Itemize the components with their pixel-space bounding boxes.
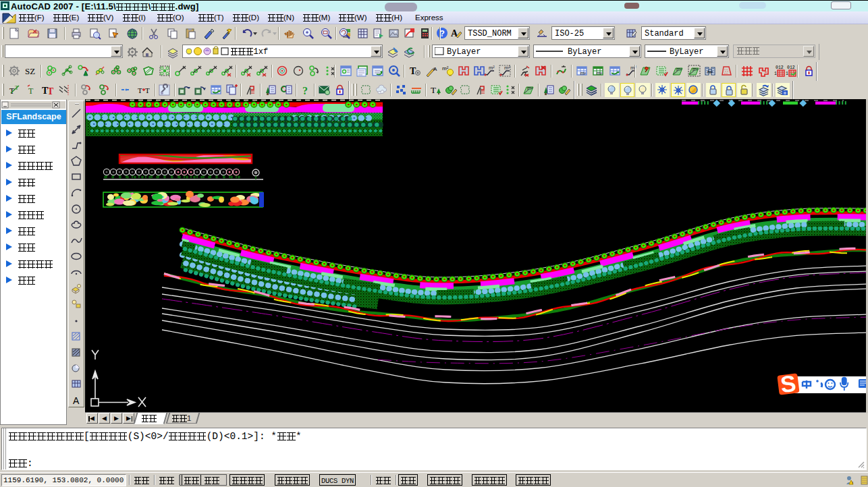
svg-text:S: S [779, 370, 797, 397]
svg-text:A: A [73, 395, 80, 406]
svg-text:T: T [410, 66, 416, 76]
svg-text:?: ? [302, 85, 308, 96]
svg-text:m²: m² [707, 69, 713, 74]
svg-text:T: T [28, 86, 34, 96]
svg-text:012: 012 [787, 65, 795, 70]
svg-text:T: T [15, 84, 19, 91]
svg-text:?: ? [439, 28, 445, 38]
svg-text:m²: m² [504, 65, 510, 71]
svg-text:m²: m² [489, 65, 495, 71]
svg-text:T: T [47, 86, 54, 96]
svg-text:A: A [433, 66, 437, 72]
svg-text:m²: m² [580, 71, 587, 76]
svg-text:T: T [9, 86, 15, 96]
svg-text:m²: m² [630, 65, 636, 71]
svg-text:T: T [145, 86, 150, 94]
svg-text:T: T [431, 85, 436, 95]
svg-text:T: T [138, 86, 142, 94]
svg-text:1: 1 [774, 71, 777, 76]
svg-text:m²: m² [597, 71, 603, 76]
svg-text:SZ: SZ [25, 66, 35, 76]
svg-text:012: 012 [776, 65, 784, 70]
svg-text:1: 1 [786, 71, 788, 76]
